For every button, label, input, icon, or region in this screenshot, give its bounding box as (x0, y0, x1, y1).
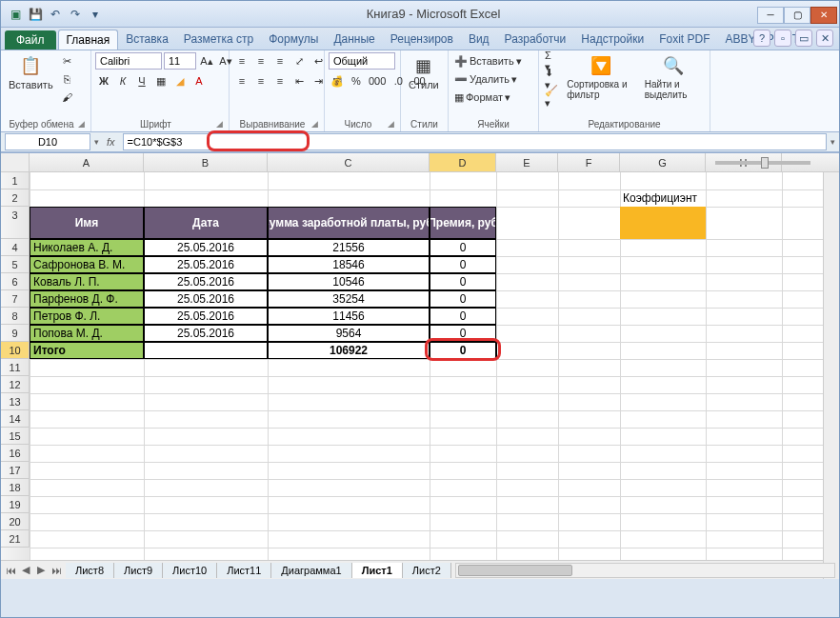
horizontal-scrollbar[interactable] (455, 563, 835, 578)
bold-button[interactable]: Ж (95, 72, 112, 90)
grow-font-icon[interactable]: A▴ (198, 52, 215, 70)
underline-button[interactable]: Ч (133, 72, 150, 90)
column-header[interactable]: D (430, 153, 496, 171)
cell[interactable]: 0 (430, 239, 496, 256)
column-header[interactable]: G (620, 153, 706, 171)
ribbon-tab[interactable]: Надстройки (573, 30, 651, 50)
font-size-select[interactable]: 11 (164, 52, 196, 70)
clipboard-dialog-icon[interactable]: ◢ (78, 119, 85, 129)
sheet-last-icon[interactable]: ⏭ (49, 563, 64, 578)
excel-icon[interactable]: ▣ (7, 6, 24, 23)
sheet-prev-icon[interactable]: ◀ (18, 563, 33, 578)
row-header[interactable]: 2 (1, 189, 30, 207)
format-cell-button[interactable]: ▦ Формат ▾ (452, 89, 538, 106)
align-bottom-icon[interactable]: ≡ (271, 52, 289, 70)
cell[interactable]: 25.05.2016 (144, 273, 268, 290)
cell[interactable]: 35254 (268, 290, 430, 308)
maximize-button[interactable]: ▢ (784, 7, 810, 24)
find-select-button[interactable]: 🔍 Найти и выделить (641, 52, 706, 102)
save-icon[interactable]: 💾 (27, 6, 44, 23)
cell[interactable]: Парфенов Д. Ф. (30, 290, 144, 308)
cell[interactable]: 9564 (268, 325, 430, 342)
paste-button[interactable]: 📋 Вставить (5, 52, 57, 92)
file-tab[interactable]: Файл (5, 30, 56, 50)
row-header[interactable]: 15 (1, 428, 30, 445)
vertical-scrollbar[interactable] (823, 172, 839, 560)
orientation-icon[interactable]: ⤢ (290, 52, 308, 70)
min-ribbon-icon[interactable]: ▫ (774, 30, 791, 47)
cell[interactable]: 0 (430, 273, 496, 290)
row-header[interactable]: 11 (1, 359, 30, 376)
minimize-button[interactable]: ─ (757, 7, 784, 24)
formula-input[interactable]: =C10*$G$3 (123, 133, 827, 150)
cell[interactable]: 0 (430, 342, 496, 359)
sheet-tab[interactable]: Лист9 (114, 563, 163, 578)
ribbon-tab[interactable]: Foxit PDF (651, 30, 717, 50)
row-header[interactable]: 21 (1, 530, 30, 548)
insert-cell-button[interactable]: ➕ Вставить ▾ (452, 52, 538, 70)
cell[interactable] (144, 342, 268, 359)
sheet-tab[interactable]: Лист10 (163, 563, 217, 578)
row-header[interactable]: 12 (1, 376, 30, 393)
cell[interactable]: 0 (430, 290, 496, 308)
cell[interactable]: 106922 (268, 342, 430, 359)
row-header[interactable]: 10 (1, 342, 30, 359)
row-header[interactable]: 13 (1, 393, 30, 410)
column-header[interactable]: E (496, 153, 558, 171)
cell[interactable]: 25.05.2016 (144, 239, 268, 256)
doc-close-icon[interactable]: ✕ (816, 30, 833, 47)
name-box[interactable]: D10 (5, 133, 90, 150)
align-middle-icon[interactable]: ≡ (252, 52, 270, 70)
cell[interactable]: 0 (430, 256, 496, 273)
ribbon-tab[interactable]: Данные (326, 30, 382, 50)
qat-more-icon[interactable]: ▾ (87, 6, 104, 23)
row-header[interactable]: 8 (1, 308, 30, 325)
formula-expand-icon[interactable]: ▾ (830, 137, 835, 147)
redo-icon[interactable]: ↷ (67, 6, 84, 23)
ribbon-tab[interactable]: Рецензиров (383, 30, 461, 50)
currency-icon[interactable]: 💰 (329, 72, 346, 90)
number-format-select[interactable]: Общий (329, 52, 395, 70)
align-top-icon[interactable]: ≡ (233, 52, 250, 70)
font-dialog-icon[interactable]: ◢ (216, 119, 223, 129)
select-all-corner[interactable] (1, 153, 30, 171)
row-header[interactable]: 4 (1, 239, 30, 256)
ribbon-tab[interactable]: Вставка (118, 30, 176, 50)
column-header[interactable]: C (268, 153, 430, 171)
cell[interactable] (620, 207, 706, 239)
cell[interactable]: 21556 (268, 239, 430, 256)
restore-icon[interactable]: ▭ (795, 30, 812, 47)
cell[interactable]: 18546 (268, 256, 430, 273)
italic-button[interactable]: К (114, 72, 131, 90)
cell[interactable]: Итого (30, 342, 144, 359)
row-header[interactable]: 5 (1, 256, 30, 273)
cell[interactable]: Попова М. Д. (30, 325, 144, 342)
row-header[interactable]: 7 (1, 290, 30, 308)
close-button[interactable]: ✕ (810, 7, 837, 24)
row-header[interactable]: 9 (1, 325, 30, 342)
zoom-slider[interactable] (715, 161, 810, 165)
number-dialog-icon[interactable]: ◢ (388, 119, 394, 129)
comma-icon[interactable]: 000 (367, 72, 388, 90)
cell[interactable]: Сумма заработной платы, руб. (268, 207, 430, 239)
font-color-icon[interactable]: A (190, 72, 208, 90)
column-header[interactable]: B (144, 153, 268, 171)
cell[interactable]: 0 (430, 308, 496, 325)
name-box-dropdown-icon[interactable]: ▾ (94, 137, 99, 147)
sheet-next-icon[interactable]: ▶ (33, 563, 49, 578)
font-name-select[interactable]: Calibri (95, 52, 162, 70)
clear-icon[interactable]: 🧹 ▾ (543, 89, 561, 106)
cell[interactable]: Сафронова В. М. (30, 256, 144, 273)
ribbon-tab[interactable]: Вид (461, 30, 497, 50)
delete-cell-button[interactable]: ➖ Удалить ▾ (452, 70, 538, 88)
cell[interactable]: Коэффициэнт (620, 189, 706, 207)
sheet-tab[interactable]: Лист8 (66, 563, 114, 578)
align-right-icon[interactable]: ≡ (271, 72, 289, 90)
cell[interactable]: 25.05.2016 (144, 256, 268, 273)
cell[interactable]: 25.05.2016 (144, 290, 268, 308)
ribbon-tab[interactable]: Разметка стр (176, 30, 261, 50)
cut-icon[interactable]: ✂ (59, 52, 76, 70)
cell[interactable]: Дата (144, 207, 268, 239)
row-header[interactable]: 18 (1, 479, 30, 496)
fill-color-icon[interactable]: ◢ (171, 72, 189, 90)
